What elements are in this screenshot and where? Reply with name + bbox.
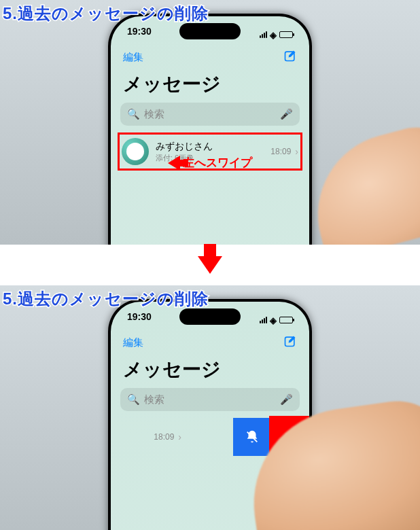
instruction-title: 5.過去のメッセージの削除 [3, 3, 209, 24]
signal-icon [260, 317, 267, 323]
conversation-time: 18:09 [270, 147, 291, 156]
battery-icon [279, 31, 293, 38]
mic-icon[interactable]: 🎤 [280, 393, 293, 406]
nav-bar: 編集 [111, 329, 309, 354]
compose-button[interactable] [283, 334, 297, 351]
page-title: メッセージ [111, 354, 309, 388]
wifi-icon: ◈ [270, 315, 277, 325]
mic-icon[interactable]: 🎤 [280, 108, 293, 120]
mute-action-button[interactable] [233, 418, 271, 456]
battery-icon [279, 317, 293, 323]
conversation-name: みずおじさん [156, 141, 270, 153]
instruction-title: 5.過去のメッセージの削除 [3, 288, 209, 310]
search-input[interactable]: 🔍 検索 🎤 [120, 103, 300, 126]
dynamic-island [179, 23, 241, 39]
finger-overlay [300, 118, 420, 245]
search-icon: 🔍 [127, 393, 140, 406]
tutorial-panel-before: 5.過去のメッセージの削除 19:30 🌙 ◈ 編集 メッセージ [0, 0, 420, 245]
chevron-right-icon: › [178, 431, 181, 442]
conversation-name-partial: さん [111, 431, 154, 443]
edit-button[interactable]: 編集 [123, 336, 143, 349]
phone-frame: 19:30 🌙 ◈ 編集 メッセージ 🔍 検索 🎤 [108, 14, 312, 245]
dynamic-island [179, 308, 241, 325]
nav-bar: 編集 [111, 43, 309, 69]
clock: 19:30 [127, 311, 152, 329]
edit-button[interactable]: 編集 [123, 51, 143, 64]
search-placeholder: 検索 [144, 108, 164, 121]
search-placeholder: 検索 [144, 393, 164, 406]
swipe-hint: 左へスワイプ [168, 155, 252, 171]
signal-icon [260, 31, 267, 38]
swipe-hint-label: 左へスワイプ [183, 155, 252, 171]
compose-icon [283, 49, 297, 63]
search-input[interactable]: 🔍 検索 🎤 [120, 388, 300, 411]
conversation-time: 18:09 [154, 432, 174, 442]
tutorial-panel-after: 5.過去のメッセージの削除 19:30 🌙 ◈ 編集 メッセージ [0, 285, 420, 530]
clock: 19:30 [127, 26, 152, 43]
bell-slash-icon [245, 429, 260, 444]
compose-icon [283, 334, 297, 348]
page-title: メッセージ [111, 69, 309, 103]
phone-screen: 19:30 🌙 ◈ 編集 メッセージ 🔍 検索 🎤 [111, 16, 309, 245]
arrow-down-icon [198, 256, 222, 274]
arrow-left-icon [168, 156, 180, 171]
compose-button[interactable] [283, 49, 297, 66]
search-icon: 🔍 [127, 108, 140, 120]
transition-arrow-area [0, 245, 420, 285]
chevron-right-icon: › [295, 146, 298, 157]
wifi-icon: ◈ [270, 30, 277, 40]
avatar [122, 138, 149, 165]
